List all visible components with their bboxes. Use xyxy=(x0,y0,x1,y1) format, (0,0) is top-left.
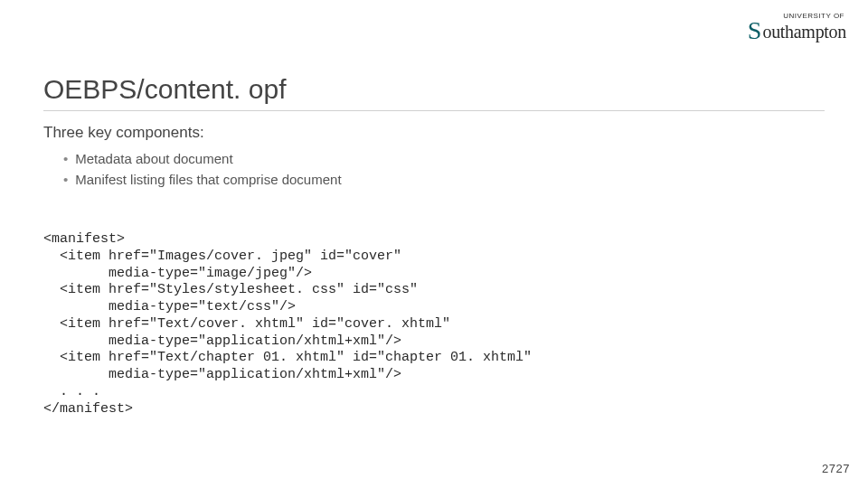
page-number: 2727 xyxy=(822,462,850,475)
slide-title: OEBPS/content. opf xyxy=(43,74,825,105)
logo-rest: outhampton xyxy=(762,23,846,41)
logo-topline: UNIVERSITY OF xyxy=(748,13,846,20)
list-item: Metadata about document xyxy=(63,149,825,170)
title-divider xyxy=(43,110,825,111)
slide-content: OEBPS/content. opf Three key components:… xyxy=(43,74,825,418)
code-block: <manifest> <item href="Images/cover. jpe… xyxy=(43,231,825,418)
bullet-list: Metadata about document Manifest listing… xyxy=(63,149,825,190)
logo-initial: S xyxy=(748,21,762,41)
logo-main: Southampton xyxy=(748,21,846,41)
subheading: Three key components: xyxy=(43,124,825,142)
list-item: Manifest listing files that comprise doc… xyxy=(63,170,825,191)
university-logo: UNIVERSITY OF Southampton xyxy=(748,13,846,41)
